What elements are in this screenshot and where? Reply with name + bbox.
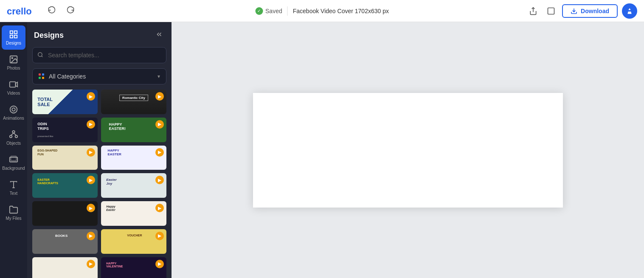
user-menu-button[interactable] (622, 3, 637, 19)
template-card-11[interactable]: BOOKS ▶ (32, 229, 98, 254)
undo-button[interactable] (44, 4, 59, 18)
app-logo[interactable]: crello (7, 6, 37, 16)
templates-grid: TOTALSALE ▶ Romantic City ▶ ODINTRIPS pr… (27, 90, 172, 278)
svg-line-19 (11, 133, 14, 135)
chevron-down-icon: ▾ (157, 73, 160, 79)
sidebar-item-myfiles[interactable]: My Files (2, 201, 25, 225)
sidebar-item-objects[interactable]: Objects (2, 126, 25, 150)
svg-rect-8 (14, 35, 17, 38)
category-dots-icon (39, 73, 45, 79)
collapse-panel-button[interactable] (154, 29, 165, 42)
sidebar-icons: Designs Photos Videos Animations (0, 22, 27, 278)
search-container (27, 47, 172, 68)
svg-point-17 (10, 135, 12, 138)
search-icon (37, 52, 43, 59)
templates-row-6: BOOKS ▶ VOUCHER ▶ (32, 229, 166, 254)
category-label: All Categories (49, 73, 157, 80)
svg-marker-12 (16, 82, 18, 87)
share-button[interactable] (526, 4, 540, 18)
templates-row-4: EasterHandcrafts ▶ EasterJoy ▶ (32, 173, 166, 198)
topbar-divider (287, 6, 288, 16)
sidebar-item-photos[interactable]: Photos (2, 51, 25, 75)
svg-rect-21 (11, 156, 17, 161)
template-card-13[interactable]: ▶ (32, 257, 98, 278)
template-card-10[interactable]: HappyEaster ▶ (101, 201, 166, 226)
pro-badge-9: ▶ (87, 204, 95, 212)
template-card-5[interactable]: EGG-SHAPEDFUN ▶ (32, 146, 98, 170)
template-card-14[interactable]: HAPPYVALENTINE ▶ (101, 257, 166, 278)
template-card-8[interactable]: EasterJoy ▶ (101, 173, 166, 198)
svg-point-16 (15, 135, 17, 138)
pro-badge-3: ▶ (87, 120, 95, 129)
saved-label: Saved (265, 8, 282, 14)
svg-rect-11 (10, 82, 16, 87)
templates-row-7: ▶ HAPPYVALENTINE ▶ (32, 257, 166, 278)
resize-button[interactable] (544, 4, 558, 18)
sidebar-label-myfiles: My Files (6, 216, 21, 221)
svg-marker-4 (627, 11, 631, 14)
search-input[interactable] (32, 47, 166, 63)
undo-redo-group (44, 4, 78, 18)
sidebar-label-animations: Animations (3, 116, 24, 121)
template-card-12[interactable]: VOUCHER ▶ (101, 229, 166, 254)
download-label: Download (581, 8, 609, 14)
svg-line-25 (42, 56, 43, 57)
pro-badge-4: ▶ (155, 120, 164, 129)
template-card-1[interactable]: TOTALSALE ▶ (32, 90, 98, 114)
sidebar-label-text: Text (10, 191, 17, 196)
template-card-9[interactable]: ▶ (32, 201, 98, 226)
saved-indicator (255, 7, 263, 15)
pro-badge-14: ▶ (155, 260, 164, 268)
svg-rect-7 (10, 35, 13, 38)
pro-badge-10: ▶ (155, 204, 164, 212)
svg-rect-6 (14, 31, 17, 34)
svg-point-14 (12, 108, 15, 111)
sidebar-item-background[interactable]: Background (2, 151, 25, 175)
template-card-2[interactable]: Romantic City ▶ (101, 90, 166, 114)
left-panel-title: Designs (34, 31, 64, 40)
sidebar-item-text[interactable]: Text (2, 176, 25, 200)
topbar-center: Saved Facebook Video Cover 1702x630 px (255, 6, 389, 16)
left-panel-header: Designs (27, 22, 172, 47)
svg-point-13 (10, 106, 17, 113)
svg-point-24 (38, 52, 42, 56)
svg-point-15 (12, 131, 15, 133)
sidebar-label-photos: Photos (7, 66, 20, 70)
sidebar-label-background: Background (2, 166, 25, 171)
svg-text:crello: crello (7, 6, 32, 16)
sidebar-item-videos[interactable]: Videos (2, 76, 25, 100)
search-wrapper (32, 47, 166, 63)
category-dropdown[interactable]: All Categories ▾ (32, 68, 166, 84)
template-card-3[interactable]: ODINTRIPS presented like ▶ (32, 118, 98, 142)
pro-badge-2: ▶ (155, 92, 164, 101)
template-card-4[interactable]: HAPPYEASTER! ▶ (101, 118, 166, 142)
templates-row-3: EGG-SHAPEDFUN ▶ HAPPYEASTER ▶ (32, 146, 166, 170)
svg-rect-5 (10, 31, 13, 34)
templates-row-5: ▶ HappyEaster ▶ (32, 201, 166, 226)
project-title: Facebook Video Cover 1702x630 px (293, 8, 389, 14)
pro-badge-12: ▶ (155, 232, 164, 240)
canvas-board[interactable] (253, 93, 563, 208)
redo-button[interactable] (63, 4, 78, 18)
sidebar-label-designs: Designs (6, 41, 21, 45)
pro-badge-11: ▶ (87, 232, 95, 240)
template-card-7[interactable]: EasterHandcrafts ▶ (32, 173, 98, 198)
svg-rect-2 (548, 8, 554, 14)
templates-row-1: TOTALSALE ▶ Romantic City ▶ (32, 90, 166, 114)
templates-row-2: ODINTRIPS presented like ▶ HAPPYEASTER! … (32, 118, 166, 142)
sidebar-item-designs[interactable]: Designs (2, 25, 25, 50)
topbar: crello Saved Facebook Video Cover 1702x6… (0, 0, 644, 22)
topbar-actions: Download (526, 3, 637, 19)
sidebar-item-animations[interactable]: Animations (2, 101, 25, 125)
sidebar-label-objects: Objects (6, 141, 21, 146)
pro-badge-13: ▶ (87, 260, 95, 268)
svg-point-10 (11, 57, 13, 59)
download-button[interactable]: Download (562, 4, 618, 18)
canvas-area (172, 22, 644, 278)
template-card-6[interactable]: HAPPYEASTER ▶ (101, 146, 166, 170)
left-panel: Designs (27, 22, 172, 278)
pro-badge-5: ▶ (87, 148, 95, 157)
sidebar-label-videos: Videos (7, 91, 20, 95)
pro-badge-1: ▶ (87, 92, 95, 101)
pro-badge-6: ▶ (155, 148, 164, 157)
